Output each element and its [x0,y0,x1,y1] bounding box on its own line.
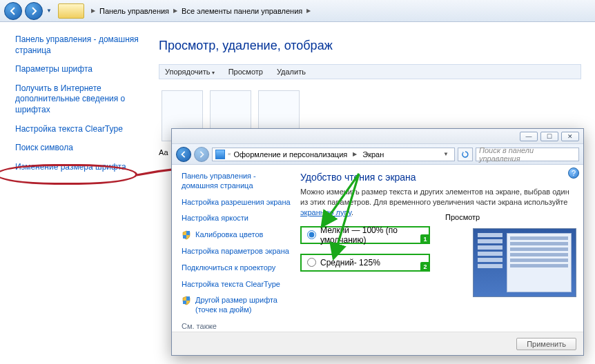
display-main-pane: Удобство чтения с экрана Можно изменить … [295,165,583,332]
breadcrumb-item[interactable]: Оформление и персонализация [233,150,347,159]
arrow-right-icon [198,151,205,158]
sidebar-item-home[interactable]: Панель управления - домашняя страница [15,34,142,56]
svg-rect-3 [183,301,186,304]
address-toolbar: ▼ ▶ Панель управления ▶ Все элементы пан… [0,0,595,22]
annotation-badge-1: 1 [420,234,430,244]
sidebar-item-resolution[interactable]: Настройка разрешения экрана [182,198,291,208]
close-button[interactable]: ✕ [561,132,579,141]
cmd-view[interactable]: Просмотр [228,68,263,76]
nav-back-button[interactable] [176,147,191,162]
cmd-organize[interactable]: Упорядочить [165,68,215,76]
sidebar-item-connect-projector[interactable]: Подключиться к проектору [182,263,291,273]
address-box[interactable]: « Оформление и персонализация ▶ Экран ▼ [212,148,455,161]
refresh-button[interactable] [458,148,473,161]
chevron-right-icon: ▶ [173,8,177,14]
radio-medium-label: Средний- 125% [320,258,380,267]
sidebar-item-brightness[interactable]: Настройка яркости [182,214,291,223]
radio-medium-input[interactable] [307,258,316,267]
arrow-left-icon [180,151,187,158]
shield-icon [182,230,191,240]
search-input[interactable]: Поиск в панели управления [476,148,579,161]
chevron-down-icon[interactable]: ▼ [443,151,449,157]
command-bar: Упорядочить Просмотр Удалить [159,64,581,79]
breadcrumb[interactable]: ▶ Панель управления ▶ Все элементы панел… [91,7,311,15]
display-control-panel-window: — ☐ ✕ « Оформление и персонализация ▶ Эк… [171,128,584,356]
svg-rect-1 [183,235,186,239]
search-placeholder: Поиск в панели управления [479,146,576,163]
sidebar-item-calibrate-color[interactable]: Калибровка цветов [182,230,291,240]
radio-small-label: Мелкий — 100% (по умолчанию) [320,225,423,245]
radio-option-medium[interactable]: Средний- 125% 2 [300,254,430,272]
sidebar-item-change-font-size[interactable]: Изменение размера шрифта [15,162,142,173]
tasks-sidebar: Панель управления - домашняя страница Па… [0,22,145,364]
refresh-icon [461,150,469,159]
nav-back-button[interactable] [4,2,22,20]
window-titlebar: — ☐ ✕ [172,129,583,144]
svg-rect-0 [186,231,190,235]
folder-icon [58,3,84,19]
apply-button[interactable]: Применить [516,338,576,350]
maximize-button[interactable]: ☐ [540,132,558,141]
annotation-badge-2: 2 [420,262,430,272]
see-also-header: См. также [182,322,291,330]
breadcrumb-item[interactable]: Все элементы панели управления [182,7,302,15]
monitor-preview-icon [473,228,576,297]
minimize-button[interactable]: — [520,132,538,141]
radio-option-small[interactable]: Мелкий — 100% (по умолчанию) 1 [300,226,430,244]
arrow-left-icon [9,7,17,15]
page-description: Можно изменить размер текста и других эл… [300,187,572,218]
breadcrumb-item[interactable]: Панель управления [99,7,169,15]
chevron-right-icon: ▶ [306,8,311,14]
dialog-footer: Применить [172,332,583,355]
shield-icon [182,296,191,305]
nav-forward-button[interactable] [194,147,209,162]
preview-label: Просмотр [445,213,480,221]
sidebar-item-custom-dpi[interactable]: Другой размер шрифта (точек на дюйм) [182,296,291,315]
sidebar-item-font-settings[interactable]: Параметры шрифта [15,64,142,75]
cmd-delete[interactable]: Удалить [277,68,306,76]
arrow-right-icon [30,7,38,15]
sidebar-item-home[interactable]: Панель управления - домашняя страница [182,172,291,191]
chevron-right-icon: ▶ [353,151,357,157]
display-icon [215,150,225,159]
tasks-sidebar: Панель управления - домашняя страница На… [172,165,295,332]
sidebar-item-find-character[interactable]: Поиск символа [15,143,142,154]
nav-history-dropdown[interactable]: ▼ [46,3,52,19]
svg-rect-2 [186,296,190,301]
radio-small-input[interactable] [307,230,316,239]
page-title: Просмотр, удаление, отображ [159,39,581,53]
sidebar-item-cleartype-info[interactable]: Получить в Интернете дополнительные свед… [15,83,142,116]
address-toolbar: « Оформление и персонализация ▶ Экран ▼ … [172,144,583,165]
chevron-right-icon: ▶ [91,8,95,14]
nav-forward-button[interactable] [25,2,43,20]
sidebar-item-cleartype[interactable]: Настройка текста ClearType [182,280,291,290]
breadcrumb-item[interactable]: Экран [362,150,384,159]
sidebar-item-monitor-settings[interactable]: Настройка параметров экрана [182,247,291,256]
sidebar-item-adjust-cleartype[interactable]: Настройка текста ClearType [15,124,142,135]
magnifier-link[interactable]: экранную лупу [300,208,351,216]
page-title: Удобство чтения с экрана [300,172,572,183]
